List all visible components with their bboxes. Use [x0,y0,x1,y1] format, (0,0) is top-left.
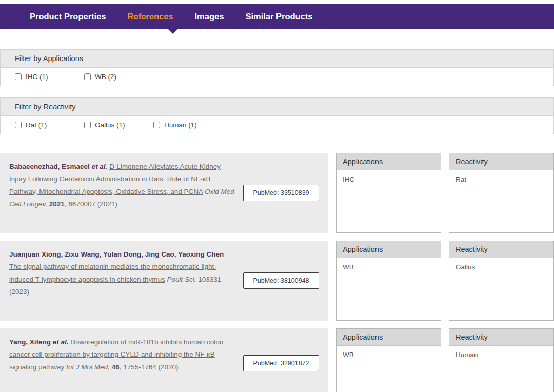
pubmed-button-area: PubMed: 32901872 [243,336,319,390]
filter-reactivity-options: Rat (1) Gallus (1) Human (1) [1,116,553,134]
citation-text: Yang, Xifeng et al. Downregulation of mi… [9,336,235,390]
top-navigation: Product Properties References Images Sim… [0,4,554,29]
rat-checkbox[interactable] [15,122,22,128]
gallus-checkbox[interactable] [84,122,91,128]
applications-header: Applications [337,153,441,170]
tab-product-properties[interactable]: Product Properties [30,12,106,22]
ihc-checkbox-label: IHC (1) [26,73,48,81]
citation-etal: et al. [92,163,108,170]
applications-value: IHC [337,170,441,188]
citation-volume: 46 [112,363,120,371]
tab-references[interactable]: References [128,12,173,22]
human-checkbox[interactable] [153,122,160,128]
gallus-checkbox-label: Gallus (1) [95,121,125,129]
tab-images[interactable]: Images [195,12,224,22]
applications-value: WB [337,258,441,276]
filter-option-wb[interactable]: WB (2) [84,73,153,81]
filter-option-human[interactable]: Human (1) [153,121,223,129]
reactivity-box: Reactivity Gallus [449,241,554,321]
applications-value: WB [337,346,441,364]
citation-authors: Juanjuan Xiong, Zixu Wang, Yulan Dong, J… [9,248,235,261]
citation-authors: Babaeenezhad, Esmaeel [9,163,90,170]
reactivity-box: Reactivity Human [449,328,554,392]
citation-pages-year: , 1755-1764 (2020) [120,363,179,371]
pubmed-link[interactable]: PubMed: 33510839 [243,185,319,201]
citation-journal: Int J Mol Med, [66,363,110,371]
filter-option-gallus[interactable]: Gallus (1) [84,121,153,129]
citation-volume: 2021 [49,200,65,208]
filter-reactivity-title: Filter by Reactivity [1,98,553,116]
pubmed-button-area: PubMed: 33510839 [243,161,319,225]
pubmed-link[interactable]: PubMed: 32901872 [243,355,319,371]
reference-row: Babaeenezhad, Esmaeel et al. D-Limonene … [0,153,554,233]
citation-journal: Poult Sci, [167,276,196,283]
filter-section-applications: Filter by Applications IHC (1) WB (2) [0,49,554,86]
filter-option-rat[interactable]: Rat (1) [15,121,84,129]
applications-header: Applications [337,329,441,346]
filter-applications-title: Filter by Applications [1,50,553,68]
tab-similar-products[interactable]: Similar Products [245,12,312,22]
citation-etal: et al. [53,338,69,346]
reference-row: Juanjuan Xiong, Zixu Wang, Yulan Dong, J… [0,241,554,321]
reference-row: Yang, Xifeng et al. Downregulation of mi… [0,328,554,392]
reactivity-box: Reactivity Rat [449,153,554,233]
pubmed-button-area: PubMed: 38100948 [243,248,319,313]
reference-citation-card: Yang, Xifeng et al. Downregulation of mi… [0,328,328,392]
references-list: Babaeenezhad, Esmaeel et al. D-Limonene … [0,153,554,392]
human-checkbox-label: Human (1) [164,121,197,129]
tab-bar: Product Properties References Images Sim… [0,4,554,29]
filter-option-ihc[interactable]: IHC (1) [15,73,84,81]
applications-box: Applications WB [336,241,441,321]
applications-box: Applications IHC [336,153,441,233]
wb-checkbox[interactable] [84,73,91,80]
reactivity-value: Human [449,346,553,364]
active-tab-pointer-icon [168,29,177,34]
reference-citation-card: Juanjuan Xiong, Zixu Wang, Yulan Dong, J… [0,241,328,321]
filter-section-reactivity: Filter by Reactivity Rat (1) Gallus (1) … [0,97,554,134]
citation-text: Babaeenezhad, Esmaeel et al. D-Limonene … [9,161,235,225]
wb-checkbox-label: WB (2) [95,73,116,81]
applications-box: Applications WB [336,328,441,392]
reactivity-header: Reactivity [449,329,553,346]
citation-text: Juanjuan Xiong, Zixu Wang, Yulan Dong, J… [9,248,235,313]
filter-applications-options: IHC (1) WB (2) [1,68,553,86]
ihc-checkbox[interactable] [15,73,22,80]
citation-authors: Yang, Xifeng [9,338,51,346]
reactivity-value: Rat [449,170,553,188]
pubmed-link[interactable]: PubMed: 38100948 [243,272,319,289]
reactivity-header: Reactivity [449,153,553,170]
rat-checkbox-label: Rat (1) [26,121,47,129]
applications-header: Applications [337,241,441,258]
citation-pages-year: , 6670007 (2021) [65,200,117,208]
reactivity-value: Gallus [449,258,553,276]
reactivity-header: Reactivity [449,241,553,258]
reference-citation-card: Babaeenezhad, Esmaeel et al. D-Limonene … [0,153,328,233]
